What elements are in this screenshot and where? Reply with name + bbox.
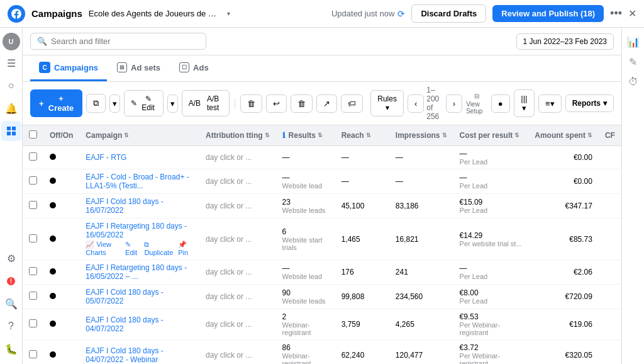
tab-campaigns[interactable]: C Campaigns — [30, 55, 107, 81]
campaign-sort-icon[interactable]: ⇅ — [124, 132, 129, 139]
status-dot — [50, 293, 56, 299]
row-checkbox[interactable] — [29, 234, 37, 242]
row-checkbox[interactable] — [29, 152, 37, 161]
duplicate-button[interactable]: ⧉ — [86, 94, 106, 113]
refresh-icon[interactable]: ⟳ — [397, 9, 405, 19]
duplicate-link[interactable]: ⧉ Duplicate — [144, 241, 173, 256]
table-row: EAJF I Retargeting 180 days - 16/05/2022… — [23, 260, 621, 285]
row-checkbox[interactable] — [29, 292, 37, 300]
edit-button[interactable]: ✎ ✎ Edit — [124, 90, 163, 117]
dot-button[interactable]: ● — [491, 94, 510, 113]
review-publish-button[interactable]: Review and Publish (18) — [492, 5, 604, 22]
campaigns-icon[interactable] — [1, 121, 21, 141]
account-chevron-icon[interactable]: ▾ — [227, 10, 230, 17]
debug-icon[interactable]: 🐛 — [1, 339, 21, 359]
campaign-link[interactable]: EAJF I Cold 180 days - 16/07/2022 — [86, 197, 193, 215]
tag-button[interactable]: 🏷 — [341, 94, 363, 113]
row-cost: €3.72 Per Webinar-registrant — [453, 340, 529, 365]
row-checkbox-cell — [23, 219, 43, 260]
cost-sub: Per Lead — [460, 182, 523, 190]
rules-button[interactable]: Rules ▾ — [370, 90, 404, 117]
campaign-link[interactable]: EAJF - Cold - Broad - Broad+ - LLA1-5% (… — [86, 173, 193, 190]
reports-button[interactable]: Reports ▾ — [565, 94, 614, 112]
amount-value: €320.05 — [565, 351, 592, 360]
row-cf — [599, 309, 621, 340]
undo-button[interactable]: ↩ — [266, 94, 287, 113]
help-icon[interactable]: ? — [1, 316, 21, 336]
amount-value: €347.17 — [565, 202, 592, 210]
row-cost: — Per Lead — [453, 260, 529, 285]
campaign-link[interactable]: EAJF I Retargeting 180 days - 16/05/2022 — [86, 222, 193, 239]
row-checkbox[interactable] — [29, 350, 37, 358]
columns-button[interactable]: |||▾ — [514, 89, 535, 117]
impressions-value: 83,186 — [396, 202, 419, 210]
row-campaign-name: EAJF I Cold 180 days - 04/07/2022 — [79, 309, 199, 340]
alerts-icon[interactable]: ! — [1, 271, 21, 291]
campaign-link[interactable]: EAJF I Cold 180 days - 05/07/2022 — [86, 288, 193, 305]
duplicate-arrow-icon[interactable]: ▾ — [109, 94, 120, 113]
campaign-inline-actions: 📈 View Charts ✎ Edit ⧉ Duplicate 📌 Pin — [86, 241, 193, 256]
pin-link[interactable]: 📌 Pin — [178, 241, 193, 256]
amount-value: €2.06 — [574, 268, 592, 276]
share-button[interactable]: ↗ — [316, 94, 337, 113]
row-impressions: 120,477 — [389, 340, 453, 365]
delete-button[interactable]: 🗑 — [240, 94, 262, 113]
tab-adsets[interactable]: ⊞ Ad sets — [108, 56, 169, 81]
row-height-button[interactable]: ≡▾ — [538, 94, 562, 113]
campaign-link[interactable]: EAJF - RTG — [86, 153, 193, 162]
ab-test-button[interactable]: A/B A/B test — [182, 90, 230, 117]
col-cf: CF — [599, 125, 621, 146]
edit-arrow-icon[interactable]: ▾ — [167, 94, 178, 113]
row-reach: 45,100 — [335, 194, 389, 219]
tab-campaigns-label: Campaigns — [54, 63, 98, 72]
row-checkbox[interactable] — [29, 267, 37, 275]
reports-arrow-icon: ▾ — [603, 99, 607, 108]
menu-icon[interactable]: ☰ — [1, 53, 21, 73]
row-reach: — — [335, 169, 389, 194]
impressions-value: 120,477 — [396, 351, 423, 360]
tab-ads[interactable]: ☐ Ads — [170, 56, 218, 81]
amount-value: €0.00 — [574, 153, 592, 162]
home-icon[interactable]: ○ — [1, 76, 21, 96]
trash-button[interactable]: 🗑 — [291, 94, 313, 113]
search-input[interactable] — [51, 37, 199, 46]
row-offon — [43, 285, 79, 309]
row-impressions: — — [389, 169, 453, 194]
edit-link[interactable]: ✎ Edit — [125, 241, 139, 256]
campaign-link[interactable]: EAJF I Retargeting 180 days - 16/05/2022… — [86, 263, 193, 281]
row-results: 86 Webinar-registrant — [276, 340, 335, 365]
row-checkbox-cell — [23, 146, 43, 169]
search-filter-box: 🔍 — [30, 33, 206, 50]
campaign-link[interactable]: EAJF I Cold 180 days - 04/07/2022 — [86, 316, 193, 333]
row-checkbox[interactable] — [29, 319, 37, 327]
row-reach: 3,759 — [335, 309, 389, 340]
row-checkbox[interactable] — [29, 201, 37, 209]
chart-icon[interactable]: 📊 — [625, 33, 642, 50]
next-page-button[interactable]: › — [446, 94, 462, 113]
view-charts-link[interactable]: 📈 View Charts — [86, 241, 120, 256]
select-all-checkbox[interactable] — [29, 130, 37, 139]
notification-icon[interactable]: 🔔 — [1, 98, 21, 118]
campaign-link[interactable]: EAJF I Cold 180 days - 04/07/2022 - Webi… — [86, 346, 193, 364]
prev-page-button[interactable]: ‹ — [408, 94, 424, 113]
campaigns-tab-icon: C — [39, 62, 50, 73]
more-options-icon[interactable]: ••• — [610, 7, 622, 20]
tab-adsets-label: Ad sets — [131, 63, 160, 72]
clock-icon[interactable]: ⏱ — [625, 73, 642, 91]
row-checkbox[interactable] — [29, 176, 37, 185]
settings-icon[interactable]: ⚙ — [1, 248, 21, 268]
discard-drafts-button[interactable]: Discard Drafts — [411, 4, 486, 23]
results-sub: Website leads — [282, 297, 329, 305]
view-setup-button[interactable]: ⊟ View Setup — [466, 93, 487, 115]
close-button[interactable]: ✕ — [628, 8, 636, 20]
status-dot — [50, 178, 56, 184]
top-bar: Campaigns Ecole des Agents de Joueurs de… — [0, 0, 644, 28]
row-impressions: 16,821 — [389, 219, 453, 260]
user-avatar[interactable]: U — [3, 33, 20, 50]
create-button[interactable]: + + Create — [30, 89, 82, 117]
search-icon[interactable]: 🔍 — [1, 293, 21, 314]
cost-sub: Per Lead — [460, 158, 523, 166]
date-range-button[interactable]: 1 Jun 2022–23 Feb 2023 — [516, 33, 614, 50]
row-campaign-name: EAJF I Retargeting 180 days - 16/05/2022… — [79, 219, 199, 260]
edit-icon[interactable]: ✎ — [625, 53, 642, 71]
